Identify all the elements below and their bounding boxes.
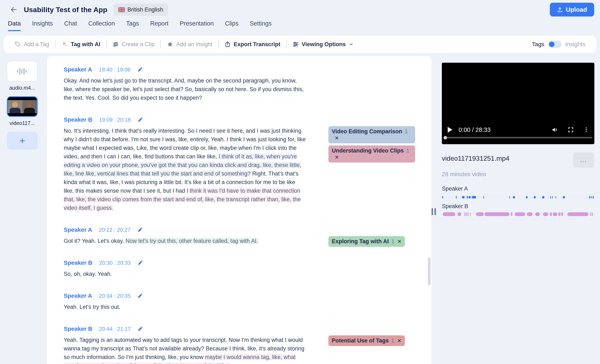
uk-flag-icon [118, 7, 125, 12]
tab-presentation[interactable]: Presentation [180, 20, 214, 31]
toolbar-divider [55, 40, 55, 48]
tags-insights-toggle[interactable] [548, 41, 562, 48]
tag-understanding-video-clips[interactable]: Understanding Video Clips1 ✕ [328, 145, 415, 163]
transcript-entry: Speaker B 20:30 : 20:33 So, oh, okay. Ye… [64, 259, 431, 278]
video-controls: 0:00 / 28:33 [448, 126, 589, 133]
timeline-segment [542, 196, 544, 198]
language-badge[interactable]: British English [114, 4, 168, 16]
panel-resize-handle[interactable] [432, 208, 436, 215]
edit-speaker-button[interactable] [138, 326, 143, 332]
entry-timestamp[interactable]: 20:22 : 20:27 [99, 227, 131, 233]
entry-timestamp[interactable]: 18:40 : 19:06 [99, 66, 131, 73]
timeline-segment [485, 212, 510, 216]
speaker-link[interactable]: Speaker A [64, 292, 92, 299]
speaker-link[interactable]: Speaker B [64, 326, 92, 332]
speaker-link[interactable]: Speaker B [64, 260, 92, 266]
player-menu-button[interactable] [583, 127, 589, 133]
timeline-segment [590, 212, 591, 216]
timeline-segment [458, 212, 461, 216]
video-player[interactable]: 0:00 / 28:33 [442, 63, 594, 144]
speaker-a-timeline[interactable] [442, 196, 594, 198]
add-a-tag-button[interactable]: Add a Tag [15, 41, 49, 48]
export-icon [224, 41, 231, 47]
transcript-paragraph: So, oh, okay. Yeah. [64, 270, 306, 278]
tag-potential-use-of-tags[interactable]: Potential Use of Tags1 ✕ [328, 335, 405, 346]
edit-speaker-button[interactable] [137, 293, 143, 299]
entry-header: Speaker B 20:30 : 20:33 [64, 259, 431, 267]
toggle-knob [549, 42, 554, 47]
edit-speaker-button[interactable] [137, 227, 143, 233]
tab-data[interactable]: Data [8, 20, 21, 31]
pencil-icon [137, 293, 143, 299]
tag-count: 1 [405, 128, 408, 135]
edit-speaker-button[interactable] [137, 67, 143, 72]
tag-exploring-tag-with-ai[interactable]: Exploring Tag with AI1 ✕ [328, 236, 405, 247]
audio-file-item[interactable] [7, 61, 38, 82]
tab-report[interactable]: Report [150, 20, 168, 31]
add-file-button[interactable]: + [7, 132, 38, 149]
volume-button[interactable] [551, 126, 558, 133]
export-transcript-button[interactable]: Export Transcript [224, 41, 280, 48]
timeline-segment [456, 196, 457, 198]
progress-handle[interactable] [443, 136, 447, 139]
video-time: 0:00 / 28:33 [459, 126, 490, 133]
tag-video-editing-comparison[interactable]: Video Editing Comparison1 ✕ [328, 126, 415, 143]
tag-remove-button[interactable]: ✕ [335, 154, 339, 160]
timeline-segment [551, 196, 551, 198]
edit-speaker-button[interactable] [138, 117, 143, 122]
timeline-segment [443, 212, 455, 216]
clip-icon [112, 41, 119, 47]
timeline-segment [468, 212, 468, 216]
back-button[interactable] [9, 5, 18, 14]
entry-timestamp[interactable]: 19:09 : 20:18 [99, 117, 131, 123]
media-duration-label: 28 minutes video [442, 171, 486, 177]
entry-header: Speaker A 20:34 : 20:35 [64, 292, 431, 300]
tab-settings[interactable]: Settings [250, 20, 272, 31]
speaker-link[interactable]: Speaker A [64, 226, 92, 233]
speaker-link[interactable]: Speaker B [64, 116, 92, 123]
upload-button[interactable]: Upload [550, 3, 594, 17]
transcript-text-segment: So, oh, okay. Yeah. [64, 271, 112, 277]
toolbar-divider [160, 40, 161, 48]
star-icon [167, 41, 173, 48]
entry-timestamp[interactable]: 20:30 : 20:33 [99, 260, 131, 266]
tag-remove-button[interactable]: ✕ [397, 239, 402, 244]
viewing-options-button[interactable]: Viewing Options [292, 41, 354, 48]
transcript-paragraph: Got it? Yeah. Let's okay. Now let's try … [64, 237, 306, 245]
chevron-down-icon [349, 42, 354, 47]
add-an-insight-button[interactable]: Add an Insight [167, 41, 213, 48]
entry-header: Speaker A 20:22 : 20:27 [64, 226, 431, 234]
entry-header: Speaker B 20:44 : 21:17 [64, 325, 431, 333]
tag-remove-button[interactable]: ✕ [397, 338, 402, 344]
tab-insights[interactable]: Insights [32, 20, 53, 31]
video-progress-bar[interactable] [444, 137, 592, 138]
pencil-icon [138, 260, 143, 266]
video-file-item-selected[interactable] [7, 96, 38, 117]
kebab-menu-icon [583, 127, 589, 133]
timeline-segment [515, 212, 525, 216]
toggle-tags-label[interactable]: Tags [532, 41, 544, 48]
tab-chat[interactable]: Chat [64, 20, 77, 31]
media-options-button[interactable]: ... [573, 152, 594, 168]
tag-with-ai-button[interactable]: Tag with AI [61, 41, 100, 48]
tab-tags[interactable]: Tags [126, 20, 139, 31]
speaker-b-label: Speaker B [442, 203, 468, 210]
tag-remove-button[interactable]: ✕ [335, 135, 339, 141]
timeline-segment [442, 196, 443, 198]
app-root: Usability Test of the App British Englis… [0, 0, 600, 364]
add-a-tag-label: Add a Tag [24, 41, 49, 48]
tab-collection[interactable]: Collection [88, 20, 115, 31]
tab-clips[interactable]: Clips [225, 20, 238, 31]
transcript-scrollbar[interactable] [428, 257, 431, 285]
tag-count: 1 [391, 238, 394, 245]
speaker-b-timeline[interactable] [442, 212, 594, 216]
speaker-link[interactable]: Speaker A [64, 66, 92, 73]
entry-timestamp[interactable]: 20:34 : 20:35 [99, 293, 131, 299]
play-button[interactable] [448, 127, 452, 133]
upload-icon [557, 7, 563, 12]
create-a-clip-button[interactable]: Create a Clip [112, 41, 155, 48]
toggle-insights-label[interactable]: Insights [565, 41, 586, 48]
entry-timestamp[interactable]: 20:44 : 21:17 [99, 326, 131, 332]
fullscreen-button[interactable] [568, 127, 574, 133]
edit-speaker-button[interactable] [138, 260, 143, 266]
